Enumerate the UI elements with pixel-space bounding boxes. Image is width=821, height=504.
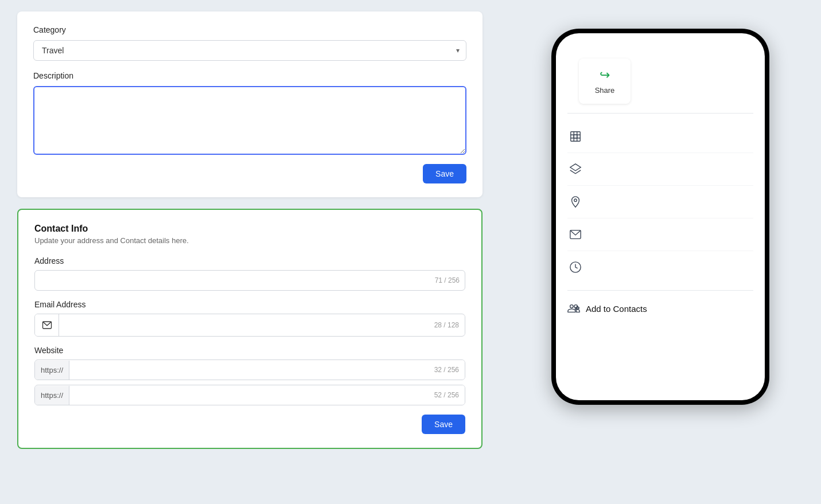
category-description-card: Category Travel ▾ Description Save xyxy=(17,11,483,197)
website1-input[interactable] xyxy=(69,360,465,380)
location-pin-icon xyxy=(567,194,583,210)
category-select[interactable]: Travel xyxy=(33,40,466,61)
save-button-contact[interactable]: Save xyxy=(422,415,465,434)
category-select-wrapper: Travel ▾ xyxy=(33,40,466,61)
building-icon xyxy=(567,128,583,144)
website-label: Website xyxy=(34,346,465,355)
right-panel: ↪ Share xyxy=(500,0,821,504)
divider-1 xyxy=(567,113,753,114)
share-label: Share xyxy=(595,86,615,95)
svg-point-8 xyxy=(574,199,577,202)
left-panel: Category Travel ▾ Description Save Conta… xyxy=(0,0,500,504)
share-card[interactable]: ↪ Share xyxy=(579,58,631,104)
address-input-wrapper: 71 / 256 xyxy=(34,270,465,291)
email-counter: 28 / 128 xyxy=(434,321,459,329)
email-input-wrapper: 28 / 128 xyxy=(34,314,465,337)
svg-rect-2 xyxy=(574,135,577,138)
menu-item-clock[interactable] xyxy=(567,251,753,283)
website-field-group: Website https:// 32 / 256 https:// 52 / … xyxy=(34,346,465,405)
phone-mockup: ↪ Share xyxy=(551,29,769,405)
website1-counter: 32 / 256 xyxy=(434,366,459,374)
email-field-group: Email Address 28 / 128 xyxy=(34,300,465,337)
website1-prefix: https:// xyxy=(35,361,69,380)
svg-rect-1 xyxy=(571,132,581,142)
website2-input-wrapper: https:// 52 / 256 xyxy=(34,385,465,405)
address-field-group: Address 71 / 256 xyxy=(34,256,465,291)
menu-item-location[interactable] xyxy=(567,186,753,218)
menu-list xyxy=(556,116,765,288)
address-label: Address xyxy=(34,256,465,265)
menu-item-building[interactable] xyxy=(567,120,753,153)
divider-2 xyxy=(567,290,753,291)
svg-marker-7 xyxy=(570,164,581,171)
add-contact-icon xyxy=(567,302,580,315)
mail-icon xyxy=(567,226,583,243)
website2-counter: 52 / 256 xyxy=(434,391,459,399)
contact-info-subtitle: Update your address and Contact details … xyxy=(34,236,465,245)
clock-icon xyxy=(567,259,583,275)
website1-input-wrapper: https:// 32 / 256 xyxy=(34,360,465,380)
email-input[interactable] xyxy=(59,315,465,335)
website2-prefix: https:// xyxy=(35,386,69,405)
website2-input[interactable] xyxy=(69,385,465,405)
save-button-top[interactable]: Save xyxy=(423,164,466,183)
menu-item-email[interactable] xyxy=(567,218,753,251)
add-to-contacts-row[interactable]: Add to Contacts xyxy=(556,293,765,324)
email-icon xyxy=(35,314,59,336)
phone-screen: ↪ Share xyxy=(556,33,765,400)
add-contacts-label: Add to Contacts xyxy=(586,304,647,314)
share-icon: ↪ xyxy=(600,68,610,83)
category-label: Category xyxy=(33,25,466,34)
menu-item-layers[interactable] xyxy=(567,153,753,186)
email-label: Email Address xyxy=(34,300,465,309)
contact-info-title: Contact Info xyxy=(34,224,465,234)
description-textarea[interactable] xyxy=(33,86,466,155)
envelope-icon xyxy=(42,320,52,330)
description-label: Description xyxy=(33,71,466,80)
contact-info-card: Contact Info Update your address and Con… xyxy=(17,209,483,449)
layers-icon xyxy=(567,161,583,177)
address-input[interactable] xyxy=(34,270,465,291)
